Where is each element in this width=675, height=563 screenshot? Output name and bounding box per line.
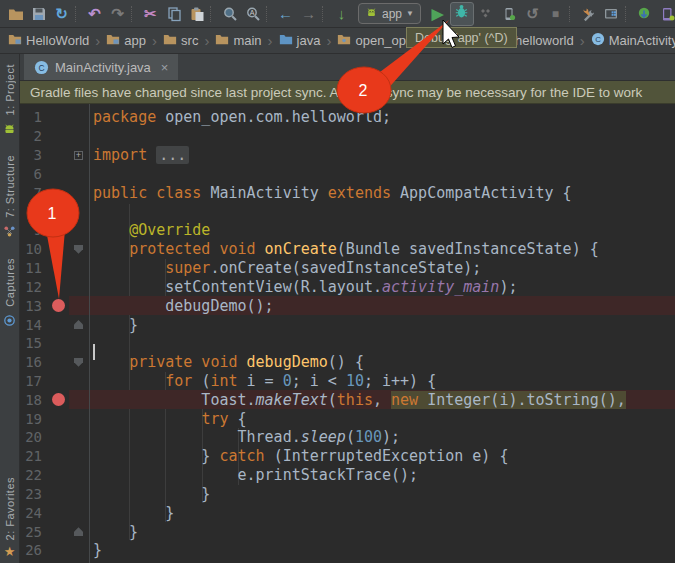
fold-end-icon[interactable]: [68, 320, 89, 329]
structure-icon[interactable]: [3, 224, 16, 242]
debug-bug-icon: [453, 3, 470, 24]
captures-icon[interactable]: [3, 313, 16, 331]
line-number: 22: [20, 467, 48, 483]
paste-button[interactable]: [186, 3, 207, 25]
back-button[interactable]: ←: [275, 3, 296, 25]
replace-button[interactable]: A: [242, 3, 263, 25]
code-line-17[interactable]: 17 for (int i = 0; i < 10; i++) {: [20, 372, 675, 391]
sync-button[interactable]: ↻: [51, 3, 72, 25]
breadcrumb-label: HelloWorld: [26, 33, 89, 48]
tab-mainactivity[interactable]: C MainActivity.java ×: [24, 54, 178, 80]
breadcrumb-item-main[interactable]: main: [215, 32, 261, 49]
breadcrumb-item-java[interactable]: java: [279, 32, 321, 49]
line-number: 23: [20, 486, 48, 502]
code-line-22[interactable]: 22 e.printStackTrace();: [20, 466, 675, 485]
find-button[interactable]: [219, 3, 240, 25]
code-line-3[interactable]: 3+import ...: [20, 146, 675, 165]
breadcrumb-item-helloworld[interactable]: HelloWorld: [8, 32, 89, 49]
gutter-separator: [89, 104, 90, 563]
debug-button[interactable]: [450, 2, 474, 26]
forward-button[interactable]: →: [298, 3, 319, 25]
notification-text: Gradle files have changed since last pro…: [30, 85, 642, 100]
open-folder-button[interactable]: [5, 3, 26, 25]
gradle-sync-notification[interactable]: Gradle files have changed since last pro…: [20, 81, 675, 104]
fold-start-icon[interactable]: [68, 245, 89, 254]
code-line-11[interactable]: 11 super.onCreate(savedInstanceState);: [20, 259, 675, 278]
project-icon[interactable]: [3, 121, 16, 139]
code-line-14[interactable]: 14 }: [20, 315, 675, 334]
line-number: 9: [20, 222, 48, 238]
tab-close-icon[interactable]: ×: [161, 60, 169, 75]
run-config-combo[interactable]: app▼: [358, 3, 421, 24]
code-line-13[interactable]: 13 debugDemo();: [20, 296, 675, 315]
code-line-8[interactable]: 8: [20, 202, 675, 221]
fold-start-icon[interactable]: [68, 358, 89, 367]
svg-text:A: A: [249, 9, 254, 16]
line-number: 18: [20, 392, 48, 408]
gradle-sync-button[interactable]: [578, 3, 599, 25]
code-line-6[interactable]: 6: [20, 164, 675, 183]
code-line-16[interactable]: 16 private void debugDemo() {: [20, 353, 675, 372]
breakpoint-icon[interactable]: [48, 299, 68, 312]
code-editor[interactable]: 1package open_open.com.helloworld;23+imp…: [20, 104, 675, 563]
code-text: }: [89, 541, 675, 559]
tool-window-project[interactable]: 1: Project: [4, 64, 16, 115]
fold-expand-icon[interactable]: +: [68, 151, 89, 160]
code-line-26[interactable]: 26}: [20, 541, 675, 560]
avd-manager-button[interactable]: [601, 3, 622, 25]
tool-window-structure[interactable]: 7: Structure: [4, 155, 16, 218]
breadcrumb: HelloWorld›app›src›main›java›open_open›c…: [0, 28, 675, 54]
cut-button[interactable]: ✂: [140, 3, 161, 25]
tool-window-favorites[interactable]: 2: Favorites: [4, 477, 16, 540]
copy-button[interactable]: [163, 3, 184, 25]
code-line-12[interactable]: 12 setContentView(R.layout.activity_main…: [20, 277, 675, 296]
fold-end-icon[interactable]: [68, 527, 89, 536]
code-text: try {: [89, 410, 675, 428]
attach-debugger-button[interactable]: [499, 3, 520, 25]
redo-button[interactable]: ↷: [107, 3, 128, 25]
toolbar-separator: [266, 6, 272, 22]
code-line-7[interactable]: 7public class MainActivity extends AppCo…: [20, 183, 675, 202]
override-method-icon: ↑: [48, 242, 68, 256]
code-line-25[interactable]: 25 }: [20, 522, 675, 541]
run-config-label: app: [382, 7, 402, 21]
breadcrumb-chevron-icon: ›: [580, 32, 585, 49]
code-line-18[interactable]: 18 Toast.makeText(this, new Integer(i).t…: [20, 390, 675, 409]
undo-button[interactable]: ↶: [84, 3, 105, 25]
breadcrumb-item-mainactivity[interactable]: CMainActivity: [591, 32, 675, 49]
code-line-2[interactable]: 2: [20, 127, 675, 146]
toolbar-separator: [131, 6, 137, 22]
breadcrumb-label: main: [233, 33, 261, 48]
coverage-button[interactable]: [476, 3, 497, 25]
rerun-button[interactable]: ↺: [522, 3, 543, 25]
code-line-10[interactable]: 10↑ protected void onCreate(Bundle saved…: [20, 240, 675, 259]
tool-window-bar: 1: Project7: StructureCaptures2: Favorit…: [0, 54, 20, 563]
update-project-button[interactable]: ↓: [331, 3, 352, 25]
code-line-1[interactable]: 1package open_open.com.helloworld;: [20, 108, 675, 127]
code-text: public class MainActivity extends AppCom…: [89, 184, 675, 202]
breadcrumb-item-src[interactable]: src: [163, 32, 198, 49]
code-line-23[interactable]: 23 }: [20, 485, 675, 504]
favorites-star-icon[interactable]: ★: [4, 544, 16, 559]
debug-tooltip-text: Debug 'app' (^D): [415, 31, 508, 45]
module-folder-icon: [8, 32, 22, 49]
sdk-manager-button[interactable]: [634, 3, 655, 25]
code-line-21[interactable]: 21 } catch (InterruptedException e) {: [20, 447, 675, 466]
code-line-15[interactable]: 15: [20, 334, 675, 353]
breadcrumb-item-app[interactable]: app: [106, 32, 146, 49]
tool-window-captures[interactable]: Captures: [4, 258, 16, 307]
code-line-9[interactable]: 9 @Override: [20, 221, 675, 240]
android-icon: [365, 5, 378, 23]
code-text: Toast.makeText(this, new Integer(i).toSt…: [89, 391, 675, 409]
code-line-24[interactable]: 24 }: [20, 503, 675, 522]
code-line-20[interactable]: 20 Thread.sleep(100);: [20, 428, 675, 447]
breakpoint-icon[interactable]: [48, 393, 68, 406]
breadcrumb-label: java: [297, 33, 321, 48]
class-icon: C: [34, 60, 49, 75]
code-line-19[interactable]: 19 try {: [20, 409, 675, 428]
breadcrumb-label: helloworld: [515, 33, 574, 48]
run-button[interactable]: ▶: [427, 3, 448, 25]
save-button[interactable]: [28, 3, 49, 25]
device-monitor-button[interactable]: [657, 3, 675, 25]
stop-button[interactable]: ■: [545, 3, 566, 25]
